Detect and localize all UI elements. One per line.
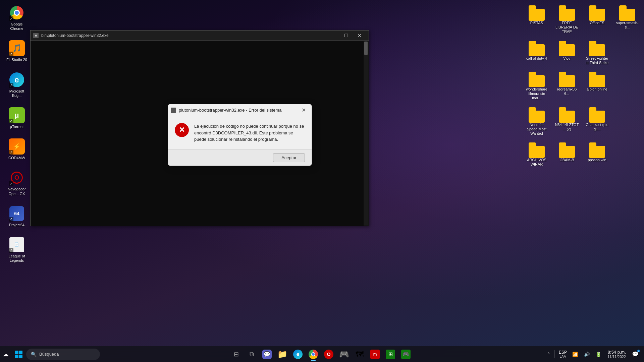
taskbar-center: ⊟ ⧉ 💬 📁 e [100,347,542,362]
icon-label-super-smash: super-smash-tl... [615,21,639,29]
taskbar-app-teams[interactable]: 💬 [260,347,274,362]
icon-label-redreamx86: redreamx86 6... [555,87,579,96]
desktop-icon-fl-studio[interactable]: 🎵 ↗ FL Studio 20 [3,39,30,63]
desktop-icon-officees[interactable]: OfficeES [584,3,610,26]
taskbar-app-chrome[interactable] [306,347,321,362]
desktop-icon-free-libreria[interactable]: FREE LIBRERIA DE TRAP [553,3,580,36]
icon-label-fl-studio: FL Studio 20 [6,58,27,62]
systray-wifi[interactable]: 📶 [570,350,581,358]
desktop-icon-opera-gx[interactable]: O ↗ Navegador Ope... GX [3,168,30,197]
icon-label-cod4mw: COD4MW [8,156,25,160]
desktop-icons-left: ↗ Google Chrome 🎵 ↗ FL Studio 20 e ↗ Mic… [3,3,30,264]
desktop-icons-right: PISTAS FREE LIBRERIA DE TRAP OfficeES su… [523,3,641,168]
shortcut-arrow: ↗ [9,217,13,222]
icon-label-nfs: Need for Speed Most Wanted [525,123,549,136]
desktop-icon-wondershare[interactable]: wondershare filmora sin mar... [523,70,550,102]
chevron-up-icon: ^ [547,352,550,357]
dialog-accept-button[interactable]: Aceptar [273,153,305,162]
desktop: ↗ Google Chrome 🎵 ↗ FL Studio 20 e ↗ Mic… [0,0,644,362]
taskbar-app-maps[interactable]: 🗺 [352,347,367,362]
taskbar-app-opera[interactable]: O [321,347,336,362]
taskbar-weather[interactable]: ☁ [0,349,11,359]
taskbar-app-edge[interactable]: e [290,347,305,362]
console-close-button[interactable]: ✕ [352,31,367,41]
taskbar-language[interactable]: ESP LAA [557,349,569,359]
console-titlebar: ■ bin\plutonium-bootstrapper-win32.exe —… [31,31,369,41]
taskbar: ☁ 🔍 Búsqueda ⊟ ⧉ [0,346,644,362]
shortcut-arrow: ↗ [9,181,13,186]
dialog-title: plutonium-bootstrapper-win32.exe - Error… [179,108,296,113]
dialog-title-icon: ■ [171,108,176,113]
error-icon: ✕ [175,123,189,137]
clock-date: 11/11/2022 [607,355,626,359]
taskbar-clock[interactable]: 8:54 p.m. 11/11/2022 [605,349,629,359]
desktop-icon-cod4mw[interactable]: ⚡ ↗ COD4MW [3,137,30,162]
icon-label-ijbam-b: IJBAM-B [559,158,574,162]
taskbar-search[interactable]: 🔍 Búsqueda [26,349,100,360]
wifi-icon: 📶 [572,352,578,357]
icon-label-free-libreria: FREE LIBRERIA DE TRAP [555,21,579,34]
icon-label-officees: OfficeES [590,21,604,25]
icon-label-street-fighter: Street Fighter III Third Strike [585,56,609,65]
icon-label-chankast: Chankast+plugii... [585,123,609,131]
notification-badge: 1 [637,350,640,352]
desktop-icon-call-of-duty-4[interactable]: call of duty 4 [523,39,550,62]
taskbar-app-task-view[interactable]: ⊟ [229,347,244,362]
lang-secondary: LAA [559,355,566,358]
taskbar-app-mirillis[interactable]: m [368,347,382,362]
start-button[interactable] [11,347,26,362]
icon-label-edge: Microsoft Edg... [5,89,29,98]
desktop-icon-ppsspp[interactable]: ppsspp win [584,140,610,164]
lang-primary: ESP [559,350,567,355]
desktop-icon-albion[interactable]: albion online [584,70,610,93]
desktop-icon-street-fighter[interactable]: Street Fighter III Third Strike [584,39,610,66]
systray-chevron[interactable]: ^ [545,350,552,358]
search-icon: 🔍 [31,352,37,357]
desktop-icon-archivos-wirar[interactable]: ARCHIVOS WIRAR [523,140,550,168]
desktop-icon-super-smash[interactable]: super-smash-tl... [614,3,641,31]
icon-label-vjoy: Vjoy [563,56,570,61]
taskbar-app-file-explorer[interactable]: 📁 [275,347,290,362]
desktop-icon-lol[interactable]: 📄 ↗ League of Legends [3,235,30,264]
console-scrollbar[interactable] [364,41,368,226]
console-app-icon: ■ [33,33,39,38]
shortcut-arrow: ↗ [9,52,13,56]
desktop-icon-nfs-most-wanted[interactable]: Need for Speed Most Wanted [523,105,550,137]
shortcut-arrow: ↗ [9,16,13,21]
weather-icon: ☁ [3,351,9,358]
desktop-icon-utorrent[interactable]: µ ↗ µTorrent [3,106,30,130]
shortcut-arrow: ↗ [9,150,13,155]
dialog-titlebar: ■ plutonium-bootstrapper-win32.exe - Err… [168,104,312,116]
scrollbar-thumb [364,42,368,55]
taskbar-app-steam[interactable]: 🎮 [337,347,352,362]
taskbar-divider [554,350,555,358]
icon-label-project64: Project64 [9,223,24,227]
desktop-icon-n64[interactable]: N64-14LZTOT ... (2) [553,105,580,133]
shortcut-arrow: ↗ [9,248,13,253]
systray-volume[interactable]: 🔊 [581,350,592,358]
desktop-icon-project64[interactable]: 64 ↗ Project64 [3,204,30,229]
desktop-icon-chankast[interactable]: Chankast+plugii... [584,105,610,133]
console-title: bin\plutonium-bootstrapper-win32.exe [41,33,324,38]
dialog-body: ✕ La ejecución de código no puede contin… [168,116,312,149]
icon-label-call-of-duty-4: call of duty 4 [526,56,547,61]
shortcut-arrow: ↗ [9,119,13,123]
desktop-icon-vjoy[interactable]: Vjoy [553,39,580,62]
icon-label-lol: League of Legends [5,254,29,263]
desktop-icon-pistas[interactable]: PISTAS [523,3,550,26]
icon-label-utorrent: µTorrent [10,125,24,129]
icon-label-opera: Navegador Ope... GX [5,187,29,196]
taskbar-app-widgets[interactable]: ⧉ [244,347,259,362]
systray-battery[interactable]: 🔋 [593,350,604,358]
taskbar-right: ^ ESP LAA 📶 🔊 🔋 8:54 p.m. 11/ [542,348,644,360]
notification-button[interactable]: 💬 1 [629,348,641,360]
taskbar-app-xbox-game-bar[interactable]: ⊞ [383,347,398,362]
desktop-icon-ijbam-b[interactable]: IJBAM-B [553,140,580,164]
dialog-close-button[interactable]: ✕ [298,106,309,114]
icon-label-albion: albion online [587,87,607,92]
taskbar-app-xbox-console[interactable]: 🎮 [398,347,413,362]
icon-label-google-chrome: Google Chrome [5,22,29,31]
desktop-icon-microsoft-edge[interactable]: e ↗ Microsoft Edg... [3,70,30,99]
desktop-icon-redreamx86[interactable]: redreamx86 6... [553,70,580,97]
desktop-icon-google-chrome[interactable]: ↗ Google Chrome [3,3,30,32]
